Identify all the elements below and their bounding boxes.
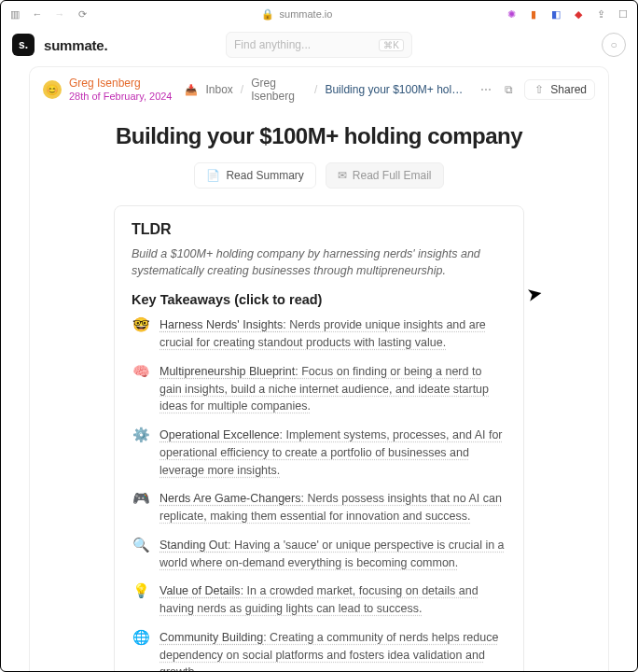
brand-name[interactable]: summate. xyxy=(44,37,107,53)
key-takeaways-heading: Key Takeaways (click to read) xyxy=(132,292,506,307)
link-icon[interactable]: ⧉ xyxy=(502,83,515,96)
forward-icon[interactable]: → xyxy=(53,7,66,21)
tabs-icon[interactable]: ☐ xyxy=(617,7,630,21)
takeaway-text: Multipreneurship Blueprint: Focus on fin… xyxy=(160,363,506,415)
takeaway-item[interactable]: 🧠Multipreneurship Blueprint: Focus on fi… xyxy=(132,363,506,415)
summary-card: TLDR Build a $100M+ holding company by h… xyxy=(114,205,524,672)
author-block[interactable]: 😊 Greg Isenberg 28th of February, 2024 xyxy=(43,77,172,102)
tab-full-label: Read Full Email xyxy=(353,169,432,182)
shared-label: Shared xyxy=(550,83,587,96)
takeaway-lead: Community Building xyxy=(160,631,263,644)
takeaway-item[interactable]: ⚙️Operational Excellence: Implement syst… xyxy=(132,427,506,479)
shared-button[interactable]: ⇧ Shared xyxy=(524,79,595,100)
lock-icon: 🔒 xyxy=(261,7,274,21)
takeaway-item[interactable]: 🔍Standing Out: Having a 'sauce' or uniqu… xyxy=(132,537,506,572)
app-logo[interactable]: s. xyxy=(12,34,35,56)
takeaway-emoji: 🎮 xyxy=(132,490,150,525)
takeaway-emoji: ⚙️ xyxy=(132,427,150,479)
takeaway-emoji: 🌐 xyxy=(132,629,150,672)
takeaway-emoji: 💡 xyxy=(132,582,150,618)
tab-summary-label: Read Summary xyxy=(226,169,303,182)
takeaway-text: Operational Excellence: Implement system… xyxy=(160,427,506,479)
crumb-author[interactable]: Greg Isenberg xyxy=(251,77,307,103)
search-input[interactable]: Find anything... ⌘K xyxy=(226,32,412,58)
breadcrumb: 📥 Inbox / Greg Isenberg / Building your … xyxy=(185,77,466,103)
document-body: Building your $100M+ holding company 📄 R… xyxy=(29,112,609,672)
ext-icon-1[interactable]: ✺ xyxy=(505,7,518,21)
author-date: 28th of February, 2024 xyxy=(69,91,172,103)
more-icon[interactable]: ⋯ xyxy=(479,83,492,96)
back-icon[interactable]: ← xyxy=(31,7,44,21)
tldr-heading: TLDR xyxy=(132,221,506,238)
search-kbd: ⌘K xyxy=(379,39,404,51)
crumb-title[interactable]: Building your $100M+ holding com... xyxy=(325,83,466,96)
takeaway-lead: Operational Excellence xyxy=(160,428,280,441)
takeaway-text: Value of Details: In a crowded market, f… xyxy=(160,582,506,618)
url-text[interactable]: summate.io xyxy=(280,8,333,20)
takeaway-item[interactable]: 🎮Nerds Are Game-Changers: Nerds possess … xyxy=(132,490,506,525)
takeaway-text: Harness Nerds' Insights: Nerds provide u… xyxy=(160,316,506,352)
meta-bar: 😊 Greg Isenberg 28th of February, 2024 📥… xyxy=(29,66,609,112)
ext-icon-4[interactable]: ◆ xyxy=(572,7,585,21)
user-avatar[interactable]: ○ xyxy=(602,33,626,57)
mail-icon: ✉︎ xyxy=(338,169,347,182)
app-header: s. summate. Find anything... ⌘K ○ xyxy=(1,27,637,63)
takeaway-emoji: 🔍 xyxy=(132,537,150,572)
takeaway-item[interactable]: 💡Value of Details: In a crowded market, … xyxy=(132,582,506,618)
sidebar-toggle-icon[interactable]: ▥ xyxy=(8,7,21,21)
takeaway-lead: Value of Details xyxy=(160,584,241,597)
takeaway-emoji: 🧠 xyxy=(132,363,150,415)
search-placeholder: Find anything... xyxy=(234,38,379,51)
crumb-inbox[interactable]: Inbox xyxy=(205,83,232,96)
doc-icon: 📄 xyxy=(206,169,220,182)
takeaway-lead: Multipreneurship Blueprint xyxy=(160,365,295,378)
reload-icon[interactable]: ⟳ xyxy=(76,7,89,21)
inbox-icon: 📥 xyxy=(185,84,198,96)
takeaway-emoji: 🤓 xyxy=(132,316,150,352)
takeaway-lead: Harness Nerds' Insights xyxy=(160,318,283,331)
tldr-text: Build a $100M+ holding company by harnes… xyxy=(132,245,506,279)
takeaway-item[interactable]: 🌐Community Building: Creating a communit… xyxy=(132,629,506,672)
ext-icon-3[interactable]: ◧ xyxy=(549,7,562,21)
ext-icon-2[interactable]: ▮ xyxy=(527,7,540,21)
takeaway-text: Standing Out: Having a 'sauce' or unique… xyxy=(160,537,506,572)
takeaway-lead: Nerds Are Game-Changers xyxy=(160,492,300,505)
page-title: Building your $100M+ holding company xyxy=(30,119,608,162)
takeaway-lead: Standing Out xyxy=(160,539,228,552)
upload-icon: ⇧ xyxy=(533,83,546,96)
tab-read-summary[interactable]: 📄 Read Summary xyxy=(194,162,315,189)
takeaway-text: Nerds Are Game-Changers: Nerds possess i… xyxy=(160,490,506,525)
tab-read-full-email[interactable]: ✉︎ Read Full Email xyxy=(326,162,444,189)
browser-chrome: ▥ ← → ⟳ 🔒 summate.io ✺ ▮ ◧ ◆ ⇪ ☐ xyxy=(1,1,637,27)
share-icon[interactable]: ⇪ xyxy=(594,7,607,21)
author-avatar-icon: 😊 xyxy=(43,80,62,99)
takeaway-text: Community Building: Creating a community… xyxy=(160,629,506,672)
author-name: Greg Isenberg xyxy=(69,77,172,91)
takeaway-item[interactable]: 🤓Harness Nerds' Insights: Nerds provide … xyxy=(132,316,506,352)
